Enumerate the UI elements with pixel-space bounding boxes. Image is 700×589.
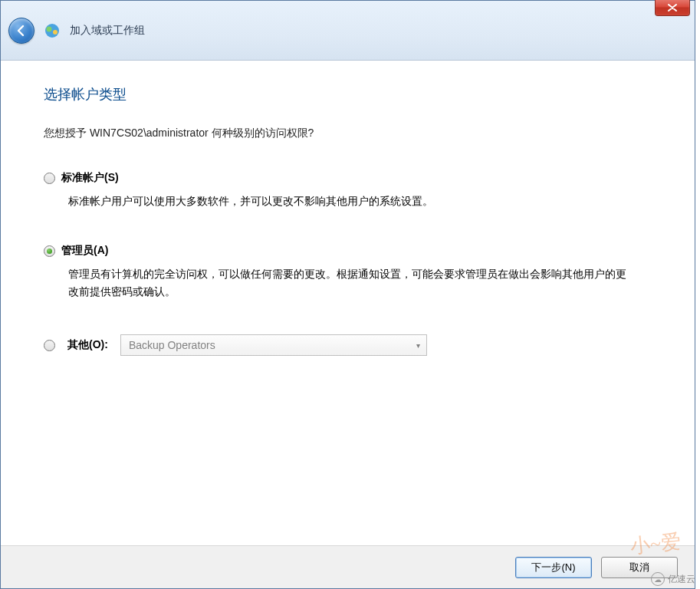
radio-administrator[interactable] [44,245,55,257]
page-heading: 选择帐户类型 [44,85,652,104]
arrow-left-icon [15,24,28,38]
back-button[interactable] [8,18,35,44]
button-row: 下一步(N) 取消 [1,545,695,588]
radio-standard[interactable] [44,173,55,184]
network-domain-icon [44,22,61,39]
close-icon [668,4,677,12]
close-button[interactable] [655,0,690,16]
wizard-title: 加入域或工作组 [70,24,145,38]
option-administrator-label[interactable]: 管理员(A) [61,244,108,258]
chevron-down-icon: ▾ [416,341,420,350]
option-standard-label[interactable]: 标准帐户(S) [61,171,119,185]
content-area: 选择帐户类型 您想授予 WIN7CS02\administrator 何种级别的… [1,61,695,588]
titlebar-controls [655,0,690,16]
radio-other[interactable] [44,340,55,351]
next-button[interactable]: 下一步(N) [515,557,592,578]
prompt-text: 您想授予 WIN7CS02\administrator 何种级别的访问权限? [44,127,652,140]
option-administrator-description: 管理员有计算机的完全访问权，可以做任何需要的更改。根据通知设置，可能会要求管理员… [68,265,636,301]
svg-point-1 [47,26,52,31]
dropdown-selected-value: Backup Operators [129,339,215,351]
other-group-dropdown[interactable]: Backup Operators ▾ [120,334,427,356]
option-administrator: 管理员(A) 管理员有计算机的完全访问权，可以做任何需要的更改。根据通知设置，可… [44,244,652,301]
svg-point-2 [53,30,58,35]
wizard-header: 加入域或工作组 [1,1,695,61]
watermark-brand-text: 亿速云 [668,573,695,586]
option-other-label[interactable]: 其他(O): [67,338,108,352]
watermark-brand: ☁ 亿速云 [651,572,695,586]
option-other: 其他(O): Backup Operators ▾ [44,334,652,356]
option-standard-description: 标准帐户用户可以使用大多数软件，并可以更改不影响其他用户的系统设置。 [68,192,636,210]
dialog-window: 加入域或工作组 选择帐户类型 您想授予 WIN7CS02\administrat… [0,0,695,589]
cloud-icon: ☁ [651,572,665,586]
option-standard: 标准帐户(S) 标准帐户用户可以使用大多数软件，并可以更改不影响其他用户的系统设… [44,171,652,210]
